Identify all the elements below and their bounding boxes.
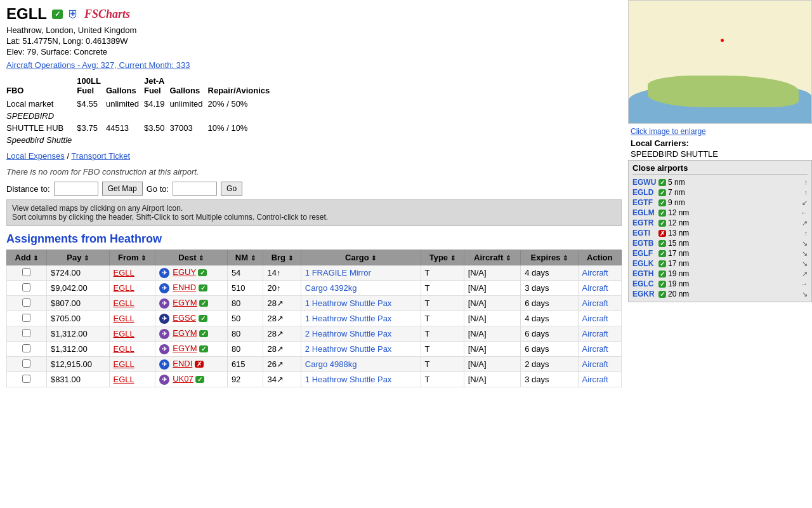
local-expenses-row: Local Expenses / Transport Ticket	[6, 151, 622, 161]
col-from[interactable]: From ⇕	[109, 250, 155, 265]
row-type: T	[421, 326, 464, 342]
row-action[interactable]: Aircraft	[578, 296, 621, 311]
from-link[interactable]: EGLL	[114, 375, 134, 384]
action-link[interactable]: Aircraft	[582, 375, 608, 384]
close-ap-code[interactable]: EGTI	[632, 229, 657, 237]
col-add[interactable]: Add ⇕	[7, 250, 47, 265]
dest-link[interactable]: ENDI	[173, 359, 192, 368]
goto-input[interactable]	[173, 182, 217, 196]
close-ap-code[interactable]: EGLD	[632, 188, 657, 197]
action-link[interactable]: Aircraft	[582, 359, 608, 369]
row-cargo: Cargo 4988kg	[301, 357, 421, 372]
row-checkbox[interactable]	[22, 359, 30, 368]
row-action[interactable]: Aircraft	[578, 372, 621, 387]
row-checkbox-cell[interactable]	[7, 265, 47, 281]
from-link[interactable]: EGLL	[114, 298, 134, 308]
row-checkbox[interactable]	[22, 283, 30, 291]
cargo-link[interactable]: 1 Heathrow Shuttle Pax	[305, 375, 392, 384]
col-brg[interactable]: Brg ⇕	[263, 250, 301, 265]
dest-link[interactable]: ENHD	[173, 283, 196, 292]
cargo-link[interactable]: 2 Heathrow Shuttle Pax	[305, 344, 392, 354]
row-action[interactable]: Aircraft	[578, 326, 621, 342]
close-ap-code[interactable]: EGTF	[632, 198, 657, 207]
row-checkbox-cell[interactable]	[7, 372, 47, 387]
map-enlarge-link[interactable]: Click image to enlarge	[631, 127, 809, 136]
col-cargo[interactable]: Cargo ⇕	[301, 250, 421, 265]
cargo-link[interactable]: Cargo 4392kg	[305, 283, 357, 293]
cargo-link[interactable]: Cargo 4988kg	[305, 359, 357, 369]
no-fbo-note: There is no room for FBO construction at…	[6, 167, 622, 177]
row-checkbox-cell[interactable]	[7, 342, 47, 357]
fbo-100ll	[77, 134, 106, 146]
from-link[interactable]: EGLL	[114, 344, 134, 354]
from-link[interactable]: EGLL	[114, 314, 134, 323]
from-link[interactable]: EGLL	[114, 283, 134, 293]
row-checkbox[interactable]	[22, 344, 30, 352]
local-expenses-link[interactable]: Local Expenses	[6, 151, 65, 161]
map-dot	[721, 39, 724, 42]
cargo-link[interactable]: 1 Heathrow Shuttle Pax	[305, 298, 392, 308]
close-airport-row: EGWU ✓ 5 nm ↑	[632, 177, 808, 187]
col-type[interactable]: Type ⇕	[421, 250, 464, 265]
distance-input[interactable]	[54, 182, 98, 196]
row-action[interactable]: Aircraft	[578, 357, 621, 372]
close-ap-status: ✓	[658, 240, 666, 247]
row-checkbox-cell[interactable]	[7, 281, 47, 296]
airport-map[interactable]	[628, 0, 812, 124]
close-ap-code[interactable]: EGLM	[632, 208, 657, 217]
col-nm[interactable]: NM ⇕	[227, 250, 263, 265]
close-airport-row: EGLM ✓ 12 nm ←	[632, 208, 808, 218]
action-link[interactable]: Aircraft	[582, 314, 608, 323]
dest-link[interactable]: EGYM	[173, 344, 197, 353]
from-link[interactable]: EGLL	[114, 329, 134, 338]
dest-link[interactable]: EGYM	[173, 328, 197, 338]
action-link[interactable]: Aircraft	[582, 298, 608, 308]
get-map-button[interactable]: Get Map	[102, 182, 143, 196]
col-expires[interactable]: Expires ⇕	[521, 250, 578, 265]
close-ap-code[interactable]: EGTR	[632, 218, 657, 227]
row-checkbox[interactable]	[22, 298, 30, 307]
cargo-link[interactable]: 1 Heathrow Shuttle Pax	[305, 314, 392, 323]
fbo-gallons-100ll	[106, 134, 144, 146]
row-action[interactable]: Aircraft	[578, 342, 621, 357]
action-link[interactable]: Aircraft	[582, 344, 608, 354]
action-link[interactable]: Aircraft	[582, 283, 608, 293]
dest-link[interactable]: EGSC	[173, 313, 196, 323]
row-checkbox-cell[interactable]	[7, 326, 47, 342]
close-ap-code[interactable]: EGKR	[632, 290, 657, 298]
ops-link[interactable]: Aircraft Operations - Avg: 327, Current …	[6, 60, 622, 70]
row-checkbox-cell[interactable]	[7, 357, 47, 372]
action-link[interactable]: Aircraft	[582, 329, 608, 338]
dest-icon: ✈	[159, 359, 169, 370]
dest-link[interactable]: EGYM	[173, 298, 197, 307]
close-ap-code[interactable]: EGLF	[632, 249, 657, 258]
col-dest[interactable]: Dest ⇕	[155, 250, 227, 265]
go-button[interactable]: Go	[221, 182, 242, 196]
row-checkbox[interactable]	[22, 314, 30, 322]
action-link[interactable]: Aircraft	[582, 268, 608, 277]
dest-link[interactable]: EGUY	[173, 267, 196, 277]
row-checkbox[interactable]	[22, 268, 30, 276]
row-action[interactable]: Aircraft	[578, 281, 621, 296]
close-ap-code[interactable]: EGLK	[632, 259, 657, 268]
compass-icon[interactable]: ⛨	[68, 8, 79, 21]
row-checkbox[interactable]	[22, 375, 30, 383]
col-pay[interactable]: Pay ⇕	[46, 250, 109, 265]
cargo-link[interactable]: 1 FRAGILE Mirror	[305, 268, 371, 277]
from-link[interactable]: EGLL	[114, 359, 134, 369]
row-action[interactable]: Aircraft	[578, 311, 621, 326]
row-checkbox-cell[interactable]	[7, 311, 47, 326]
row-checkbox-cell[interactable]	[7, 296, 47, 311]
close-ap-code[interactable]: EGTH	[632, 269, 657, 278]
col-aircraft[interactable]: Aircraft ⇕	[464, 250, 520, 265]
close-ap-code[interactable]: EGWU	[632, 178, 657, 187]
fscharts-logo[interactable]: FSCharts	[84, 8, 130, 21]
close-ap-code[interactable]: EGLC	[632, 279, 657, 288]
cargo-link[interactable]: 2 Heathrow Shuttle Pax	[305, 329, 392, 338]
row-checkbox[interactable]	[22, 329, 30, 337]
from-link[interactable]: EGLL	[114, 268, 134, 277]
close-ap-code[interactable]: EGTB	[632, 239, 657, 248]
transport-ticket-link[interactable]: Transport Ticket	[71, 151, 130, 161]
dest-link[interactable]: UK07	[173, 374, 193, 384]
row-action[interactable]: Aircraft	[578, 265, 621, 281]
